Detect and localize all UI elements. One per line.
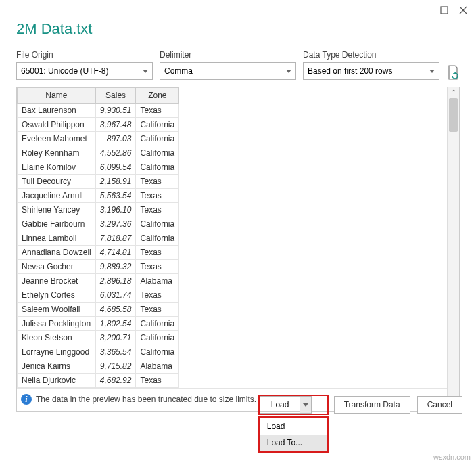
cell-zone: Alabama — [136, 274, 179, 288]
file-origin-value: 65001: Unicode (UTF-8) — [21, 66, 108, 76]
cell-zone: California — [136, 132, 179, 146]
cell-sales: 4,552.86 — [95, 146, 136, 160]
vertical-scrollbar[interactable]: ⌃ ⌄ — [447, 87, 459, 411]
watermark: wsxdn.com — [433, 453, 471, 461]
cell-zone: Texas — [136, 203, 179, 217]
cell-name: Lorrayne Linggood — [18, 345, 96, 359]
cell-name: Bax Laurenson — [18, 104, 96, 118]
table-row: Nevsa Gocher9,889.32Texas — [18, 260, 179, 274]
transform-data-button[interactable]: Transform Data — [334, 396, 410, 414]
cell-name: Jenica Kairns — [18, 359, 96, 374]
dialog-title: 2M Data.txt — [16, 20, 460, 38]
cell-sales: 7,818.87 — [95, 231, 136, 246]
table-row: Oswald Philippon3,967.48California — [18, 118, 179, 132]
cell-sales: 4,714.81 — [95, 246, 136, 260]
svg-rect-0 — [441, 7, 448, 14]
cell-sales: 9,715.82 — [95, 359, 136, 374]
col-sales: Sales — [95, 88, 136, 104]
table-row: Lorrayne Linggood3,365.54California — [18, 345, 179, 359]
cell-sales: 6,031.74 — [95, 288, 136, 303]
scroll-up-icon[interactable]: ⌃ — [448, 89, 459, 96]
cell-zone: Texas — [136, 288, 179, 303]
cell-name: Eveleen Mahomet — [18, 132, 96, 146]
cell-zone: Texas — [136, 246, 179, 260]
cancel-button[interactable]: Cancel — [417, 396, 462, 414]
cell-name: Nevsa Gocher — [18, 260, 96, 274]
table-row: Linnea Lamboll7,818.87California — [18, 231, 179, 246]
scrollbar-thumb[interactable] — [449, 98, 458, 132]
detection-label: Data Type Detection — [303, 50, 439, 60]
menu-load-to[interactable]: Load To... — [260, 435, 327, 451]
cell-sales: 4,682.92 — [95, 374, 136, 388]
detection-value: Based on first 200 rows — [308, 66, 392, 76]
col-zone: Zone — [136, 88, 179, 104]
cell-sales: 3,196.10 — [95, 203, 136, 217]
cell-sales: 3,967.48 — [95, 118, 136, 132]
close-button[interactable] — [458, 5, 468, 15]
cell-name: Gabbie Fairbourn — [18, 217, 96, 231]
cell-name: Ethelyn Cortes — [18, 288, 96, 303]
preview-table: Name Sales Zone Bax Laurenson9,930.51Tex… — [17, 87, 179, 388]
menu-load[interactable]: Load — [260, 418, 327, 435]
table-row: Jacqueline Arnull5,563.54Texas — [18, 189, 179, 203]
cell-name: Kleon Stetson — [18, 331, 96, 345]
chevron-down-icon — [429, 70, 435, 73]
load-dropdown-toggle[interactable] — [300, 396, 312, 414]
delimiter-value: Comma — [164, 66, 193, 76]
table-row: Jenica Kairns9,715.82Alabama — [18, 359, 179, 374]
chevron-down-icon — [143, 70, 148, 73]
truncated-message: The data in the preview has been truncat… — [36, 395, 256, 404]
cell-sales: 3,365.54 — [95, 345, 136, 359]
cell-name: Neila Djurkovic — [18, 374, 96, 388]
load-button[interactable]: Load — [260, 396, 300, 414]
file-origin-dropdown[interactable]: 65001: Unicode (UTF-8) — [16, 62, 153, 80]
cell-zone: California — [136, 160, 179, 175]
cell-name: Roley Kennham — [18, 146, 96, 160]
table-row: Elaine Kornilov6,099.54California — [18, 160, 179, 175]
cell-sales: 3,297.36 — [95, 217, 136, 231]
load-split-button[interactable]: Load — [260, 396, 327, 414]
delimiter-dropdown[interactable]: Comma — [160, 62, 296, 80]
cell-name: Tull Decourcy — [18, 175, 96, 189]
cell-name: Saleem Woolfall — [18, 303, 96, 317]
load-menu: Load Load To... — [260, 418, 327, 451]
cell-zone: California — [136, 146, 179, 160]
cell-zone: California — [136, 217, 179, 231]
cell-name: Oswald Philippon — [18, 118, 96, 132]
detection-dropdown[interactable]: Based on first 200 rows — [303, 62, 439, 80]
info-icon: i — [21, 394, 32, 405]
table-row: Ethelyn Cortes6,031.74Texas — [18, 288, 179, 303]
table-row: Bax Laurenson9,930.51Texas — [18, 104, 179, 118]
cell-name: Jeanne Brocket — [18, 274, 96, 288]
cell-name: Elaine Kornilov — [18, 160, 96, 175]
table-row: Saleem Woolfall4,685.58Texas — [18, 303, 179, 317]
cell-zone: California — [136, 231, 179, 246]
cell-sales: 2,896.18 — [95, 274, 136, 288]
cell-zone: California — [136, 118, 179, 132]
cell-sales: 9,930.51 — [95, 104, 136, 118]
cell-name: Annadiana Dowzell — [18, 246, 96, 260]
delimiter-label: Delimiter — [160, 50, 296, 60]
cell-zone: Texas — [136, 175, 179, 189]
table-row: Gabbie Fairbourn3,297.36California — [18, 217, 179, 231]
cell-zone: California — [136, 331, 179, 345]
cell-zone: California — [136, 345, 179, 359]
table-row: Shirlene Yancey3,196.10Texas — [18, 203, 179, 217]
cell-name: Julissa Pocklington — [18, 317, 96, 331]
chevron-down-icon — [286, 70, 291, 73]
col-name: Name — [18, 88, 96, 104]
cell-zone: Texas — [136, 260, 179, 274]
cell-sales: 897.03 — [95, 132, 136, 146]
chevron-down-icon — [303, 403, 308, 407]
table-row: Tull Decourcy2,158.91Texas — [18, 175, 179, 189]
table-row: Neila Djurkovic4,682.92Texas — [18, 374, 179, 388]
cell-sales: 6,099.54 — [95, 160, 136, 175]
cell-sales: 1,802.54 — [95, 317, 136, 331]
cell-zone: Texas — [136, 189, 179, 203]
cell-zone: California — [136, 317, 179, 331]
table-row: Jeanne Brocket2,896.18Alabama — [18, 274, 179, 288]
maximize-button[interactable] — [439, 5, 449, 15]
cell-sales: 9,889.32 — [95, 260, 136, 274]
refresh-icon[interactable] — [446, 62, 460, 80]
table-row: Annadiana Dowzell4,714.81Texas — [18, 246, 179, 260]
